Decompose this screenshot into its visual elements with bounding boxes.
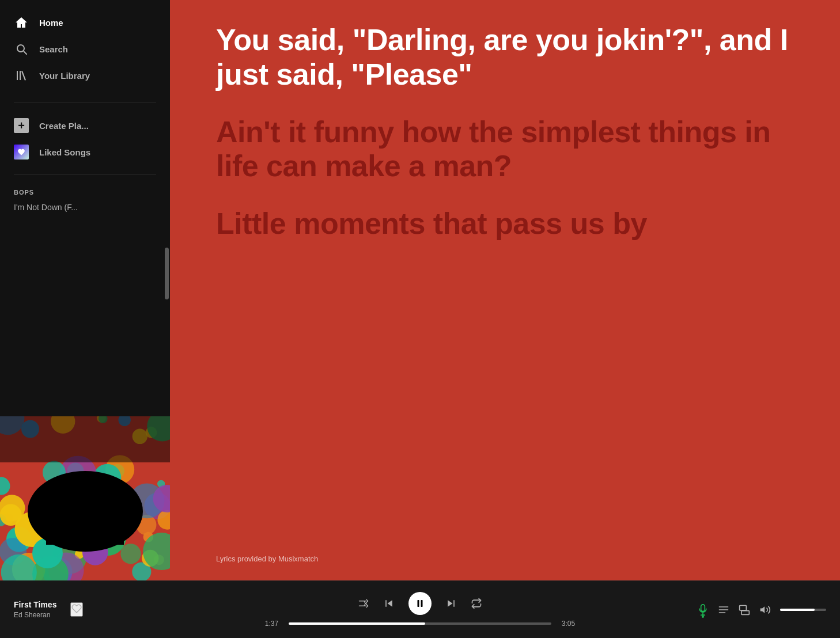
devices-icon: [739, 604, 750, 616]
volume-track[interactable]: [780, 609, 826, 611]
prev-button[interactable]: [383, 598, 395, 609]
create-playlist-label: Create Pla...: [39, 121, 89, 131]
player-right-controls: [665, 604, 826, 616]
svg-rect-1: [421, 600, 423, 607]
queue-icon: [718, 604, 729, 616]
like-button[interactable]: [70, 602, 83, 617]
microphone-icon: [697, 604, 709, 616]
song-title: First Times: [14, 600, 56, 609]
sidebar-scrollbar[interactable]: [165, 248, 169, 299]
artist-name: Ed Sheeran: [14, 611, 56, 619]
lyrics-panel: You said, "Darling, are you jokin'?", an…: [170, 0, 840, 580]
next-icon: [445, 598, 457, 609]
control-buttons: [358, 592, 482, 615]
album-art-canvas: [0, 416, 170, 580]
player-bar: First Times Ed Sheeran: [0, 580, 840, 638]
total-time: 3:05: [558, 620, 578, 628]
playlist-section: BOPS I'm Not Down (F...: [0, 180, 170, 416]
lyric-dim-line-1: Ain't it funny how the simplest things i…: [216, 115, 805, 184]
lyrics-content: You said, "Darling, are you jokin'?", an…: [216, 23, 805, 549]
nav-section: Home Search Your Library: [0, 0, 170, 98]
sidebar-divider-2: [14, 174, 156, 175]
volume-fill: [780, 609, 815, 611]
current-time: 1:37: [262, 620, 282, 628]
lyric-dim-line-2: Little moments that pass us by: [216, 207, 805, 241]
prev-icon: [383, 598, 395, 609]
sidebar-album-art: [0, 416, 170, 580]
svg-rect-6: [740, 605, 747, 610]
liked-songs-icon: [14, 145, 29, 160]
shuffle-icon: [358, 598, 369, 609]
svg-marker-9: [760, 606, 765, 613]
library-section: + Create Pla... Liked Songs: [0, 108, 170, 170]
svg-rect-0: [418, 600, 419, 607]
liked-songs-button[interactable]: Liked Songs: [0, 139, 170, 165]
pause-icon: [415, 598, 425, 609]
library-icon: [14, 68, 29, 83]
svg-rect-7: [741, 610, 749, 614]
library-label: Your Library: [39, 71, 90, 81]
playlist-item-0[interactable]: I'm Not Down (F...: [0, 198, 170, 217]
lyrics-credit: Lyrics provided by Musixmatch: [216, 549, 805, 563]
sidebar-item-search[interactable]: Search: [0, 36, 170, 62]
volume-icon: [759, 604, 771, 616]
plus-icon: +: [14, 118, 29, 133]
sidebar: Home Search Your Library: [0, 0, 170, 580]
queue-button[interactable]: [718, 604, 729, 616]
now-playing-text: First Times Ed Sheeran: [14, 600, 56, 619]
lyrics-button[interactable]: [697, 604, 709, 616]
search-icon: [14, 41, 29, 56]
home-icon: [14, 15, 29, 30]
repeat-icon: [471, 598, 482, 609]
volume-button[interactable]: [759, 604, 771, 616]
progress-track[interactable]: [289, 622, 551, 625]
svg-point-2: [702, 614, 703, 615]
now-playing: First Times Ed Sheeran: [14, 600, 175, 619]
next-button[interactable]: [445, 598, 457, 609]
heart-icon: [71, 603, 82, 614]
shuffle-button[interactable]: [358, 598, 369, 609]
devices-button[interactable]: [739, 604, 750, 616]
search-label: Search: [39, 44, 68, 54]
play-pause-button[interactable]: [408, 592, 432, 615]
liked-songs-label: Liked Songs: [39, 147, 90, 157]
progress-bar-container: 1:37 3:05: [262, 620, 578, 628]
playlist-category-bops: BOPS: [0, 184, 170, 198]
repeat-button[interactable]: [471, 598, 482, 609]
progress-fill: [289, 622, 425, 625]
home-label: Home: [39, 18, 63, 28]
create-playlist-button[interactable]: + Create Pla...: [0, 112, 170, 139]
sidebar-item-library[interactable]: Your Library: [0, 62, 170, 89]
sidebar-item-home[interactable]: Home: [0, 9, 170, 36]
player-controls: 1:37 3:05: [175, 592, 665, 628]
sidebar-divider-1: [14, 102, 156, 103]
lyric-active-line: You said, "Darling, are you jokin'?", an…: [216, 23, 805, 92]
